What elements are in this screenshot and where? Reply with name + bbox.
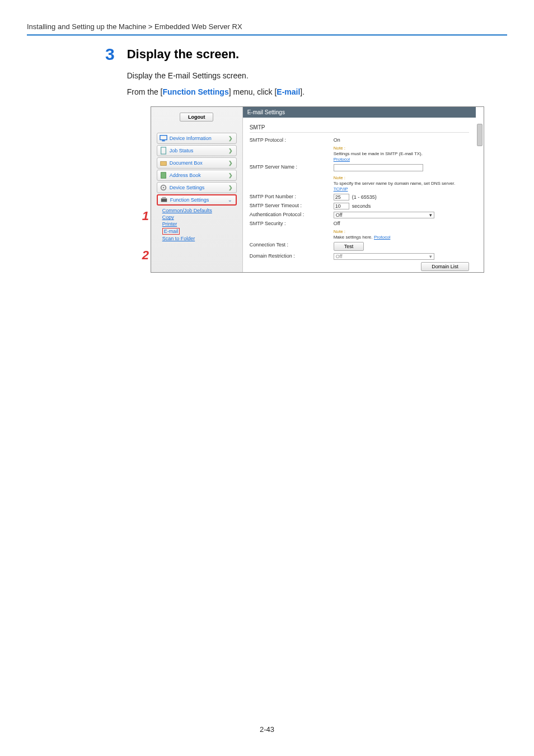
- nav-job-status[interactable]: Job Status ❯: [157, 145, 237, 156]
- panel-header: E-mail Settings: [243, 107, 476, 118]
- sub-email[interactable]: E-mail: [162, 228, 242, 235]
- nav-device-information[interactable]: Device Information ❯: [157, 133, 237, 144]
- smtp-protocol-value: On: [334, 137, 469, 143]
- chevron-right-icon: ❯: [228, 185, 233, 190]
- test-button[interactable]: Test: [334, 242, 364, 251]
- auth-protocol-select[interactable]: Off▾: [334, 212, 434, 218]
- sidebar: Logout Device Information ❯ Job Status ❯…: [151, 107, 243, 272]
- chevron-right-icon: ❯: [228, 160, 233, 166]
- settings-panel: E-mail Settings SMTP SMTP Protocol : On …: [243, 107, 484, 272]
- breadcrumb: Installing and Setting up the Machine > …: [27, 22, 507, 31]
- svg-rect-7: [161, 199, 167, 202]
- chevron-right-icon: ❯: [228, 148, 233, 153]
- callout-2: 2: [142, 248, 149, 263]
- dropdown-icon: ▾: [429, 254, 432, 259]
- nav-document-box[interactable]: Document Box ❯: [157, 157, 237, 169]
- step-title: Display the screen.: [127, 47, 484, 62]
- connection-test-label: Connection Test :: [250, 242, 334, 248]
- smtp-security-value: Off: [334, 221, 469, 226]
- divider: [27, 34, 507, 36]
- sub-scan[interactable]: Scan to Folder: [162, 236, 242, 241]
- sub-copy[interactable]: Copy: [162, 214, 242, 220]
- chevron-down-icon: ⌄: [228, 197, 232, 203]
- smtp-timeout-input[interactable]: 10: [334, 203, 349, 209]
- smtp-server-label: SMTP Server Name :: [250, 164, 334, 170]
- scrollbar-thumb[interactable]: [477, 124, 483, 146]
- svg-point-6: [162, 187, 164, 189]
- nav-device-settings[interactable]: Device Settings ❯: [157, 182, 237, 193]
- domain-restriction-select[interactable]: Off▾: [334, 253, 434, 260]
- smtp-server-input[interactable]: [334, 164, 423, 171]
- step-desc2: From the [Function Settings] menu, click…: [127, 87, 484, 96]
- svg-rect-1: [162, 141, 165, 142]
- book-icon: [160, 171, 167, 179]
- smtp-security-label: SMTP Security :: [250, 221, 334, 226]
- domain-list-button[interactable]: Domain List: [421, 262, 469, 271]
- svg-rect-2: [161, 147, 166, 154]
- sub-common[interactable]: Common/Job Defaults: [162, 208, 242, 213]
- chevron-right-icon: ❯: [228, 136, 233, 141]
- box-icon: [160, 159, 167, 167]
- smtp-timeout-unit: seconds: [352, 203, 371, 209]
- chevron-right-icon: ❯: [228, 172, 233, 178]
- nav-address-book[interactable]: Address Book ❯: [157, 170, 237, 181]
- note-label: Note :: [334, 175, 345, 180]
- function-settings-submenu: Common/Job Defaults Copy Printer E-mail …: [162, 208, 242, 241]
- sub-printer[interactable]: Printer: [162, 221, 242, 227]
- document-icon: [160, 147, 167, 155]
- domain-restriction-label: Domain Restriction :: [250, 253, 334, 259]
- logout-button[interactable]: Logout: [180, 113, 214, 122]
- smtp-port-label: SMTP Port Number :: [250, 194, 334, 199]
- step-desc1: Display the E-mail Settings screen.: [127, 69, 484, 82]
- smtp-port-hint: (1 - 65535): [352, 194, 377, 200]
- smtp-note1: Settings must be made in SMTP (E-mail TX…: [334, 151, 423, 156]
- svg-rect-8: [162, 197, 166, 199]
- page-number: 2-43: [0, 725, 534, 734]
- email-ref: E-mail: [277, 87, 300, 96]
- step-number: 3: [105, 45, 115, 64]
- nav-function-settings[interactable]: Function Settings ⌄: [157, 194, 237, 206]
- callout-1: 1: [142, 209, 149, 223]
- screenshot: 1 2 Logout Device Information ❯ Job Stat…: [151, 106, 484, 273]
- svg-rect-3: [160, 162, 166, 166]
- note-label: Note :: [334, 146, 345, 151]
- monitor-icon: [160, 134, 167, 142]
- smtp-section-title: SMTP: [250, 124, 469, 133]
- smtp-note3: Make settings here.: [334, 235, 373, 240]
- smtp-protocol-label: SMTP Protocol :: [250, 137, 334, 143]
- smtp-port-input[interactable]: 25: [334, 194, 349, 200]
- printer-icon: [160, 196, 168, 204]
- protocol-link2[interactable]: Protocol: [374, 235, 390, 240]
- protocol-link[interactable]: Protocol: [334, 157, 350, 162]
- svg-rect-4: [161, 172, 166, 179]
- tcpip-link[interactable]: TCP/IP: [334, 186, 348, 192]
- auth-protocol-label: Authentication Protocol :: [250, 212, 334, 217]
- gear-icon: [160, 184, 167, 192]
- function-settings-ref: Function Settings: [162, 87, 228, 96]
- dropdown-icon: ▾: [429, 212, 432, 218]
- smtp-note2: To specify the server name by domain nam…: [334, 181, 455, 186]
- note-label: Note :: [334, 229, 345, 234]
- smtp-timeout-label: SMTP Server Timeout :: [250, 203, 334, 208]
- svg-rect-0: [160, 136, 167, 140]
